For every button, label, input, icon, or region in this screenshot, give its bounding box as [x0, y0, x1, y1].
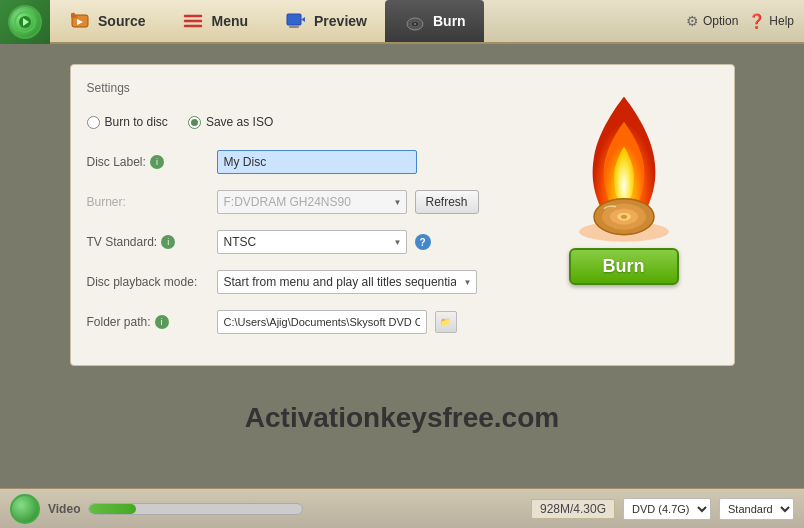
preview-icon	[284, 9, 308, 33]
burn-button[interactable]: Burn	[569, 248, 679, 285]
option-label: Option	[703, 14, 738, 28]
burn-tab-label: Burn	[433, 13, 466, 29]
disc-playback-label: Disc playback mode:	[87, 275, 217, 289]
video-label: Video	[48, 502, 80, 516]
folder-path-input[interactable]	[217, 310, 427, 334]
top-navigation: Source Menu Preview	[0, 0, 804, 44]
watermark-text: Activationkeysfree.com	[52, 402, 752, 434]
burn-to-disc-option[interactable]: Burn to disc	[87, 115, 168, 129]
progress-bar	[88, 503, 302, 515]
disc-playback-dropdown-container: Start from menu and play all titles sequ…	[217, 270, 477, 294]
menu-icon	[181, 9, 205, 33]
quality-wrap: Standard	[719, 498, 794, 520]
svg-rect-10	[287, 14, 301, 25]
preview-tab-label: Preview	[314, 13, 367, 29]
burn-to-disc-radio[interactable]	[87, 116, 100, 129]
nav-right-controls: ⚙ Option ❓ Help	[686, 0, 804, 42]
flame-svg	[554, 85, 694, 248]
svg-marker-11	[301, 17, 305, 22]
disc-type-dropdown[interactable]: DVD (4.7G)	[623, 498, 711, 520]
help-button[interactable]: ❓ Help	[748, 13, 794, 29]
help-label: Help	[769, 14, 794, 28]
svg-point-21	[621, 215, 627, 219]
burner-label: Burner:	[87, 195, 217, 209]
tv-standard-label: TV Standard: i	[87, 235, 217, 249]
main-content: Settings Burn to disc Save as ISO Disc L…	[0, 44, 804, 484]
source-icon	[68, 9, 92, 33]
tab-source[interactable]: Source	[50, 0, 163, 42]
burn-icon	[403, 9, 427, 33]
tab-menu[interactable]: Menu	[163, 0, 266, 42]
disc-label-info-icon[interactable]: i	[150, 155, 164, 169]
folder-path-row: Folder path: i 📁	[87, 309, 718, 335]
folder-browse-button[interactable]: 📁	[435, 311, 457, 333]
quality-dropdown[interactable]: Standard	[719, 498, 794, 520]
option-button[interactable]: ⚙ Option	[686, 13, 738, 29]
storage-info: 928M/4.30G	[531, 499, 615, 519]
bottom-logo	[10, 494, 40, 524]
burner-dropdown-container: F:DVDRAM GH24NS90	[217, 190, 407, 214]
bottom-status-bar: Video 928M/4.30G DVD (4.7G) Standard	[0, 488, 804, 528]
save-as-iso-radio[interactable]	[188, 116, 201, 129]
tab-burn[interactable]: Burn	[385, 0, 484, 42]
tv-standard-question-icon[interactable]: ?	[415, 234, 431, 250]
help-icon: ❓	[748, 13, 765, 29]
disc-label-label: Disc Label: i	[87, 155, 217, 169]
folder-path-control: 📁	[217, 310, 718, 334]
progress-fill	[89, 504, 136, 514]
save-as-iso-option[interactable]: Save as ISO	[188, 115, 273, 129]
logo-circle	[8, 5, 42, 39]
svg-point-15	[414, 23, 416, 24]
app-logo	[0, 0, 50, 44]
settings-panel: Settings Burn to disc Save as ISO Disc L…	[70, 64, 735, 366]
burner-dropdown[interactable]: F:DVDRAM GH24NS90	[217, 190, 407, 214]
refresh-button[interactable]: Refresh	[415, 190, 479, 214]
disc-type-wrap: DVD (4.7G)	[623, 498, 711, 520]
svg-rect-12	[289, 26, 299, 28]
disc-label-input[interactable]	[217, 150, 417, 174]
source-tab-label: Source	[98, 13, 145, 29]
folder-path-info-icon[interactable]: i	[155, 315, 169, 329]
disc-playback-dropdown[interactable]: Start from menu and play all titles sequ…	[217, 270, 477, 294]
tab-preview[interactable]: Preview	[266, 0, 385, 42]
flame-area: Burn	[544, 85, 704, 285]
menu-tab-label: Menu	[211, 13, 248, 29]
folder-path-label: Folder path: i	[87, 315, 217, 329]
tv-standard-info-icon[interactable]: i	[161, 235, 175, 249]
gear-icon: ⚙	[686, 13, 699, 29]
tv-standard-dropdown[interactable]: NTSC PAL	[217, 230, 407, 254]
tv-standard-dropdown-container: NTSC PAL	[217, 230, 407, 254]
